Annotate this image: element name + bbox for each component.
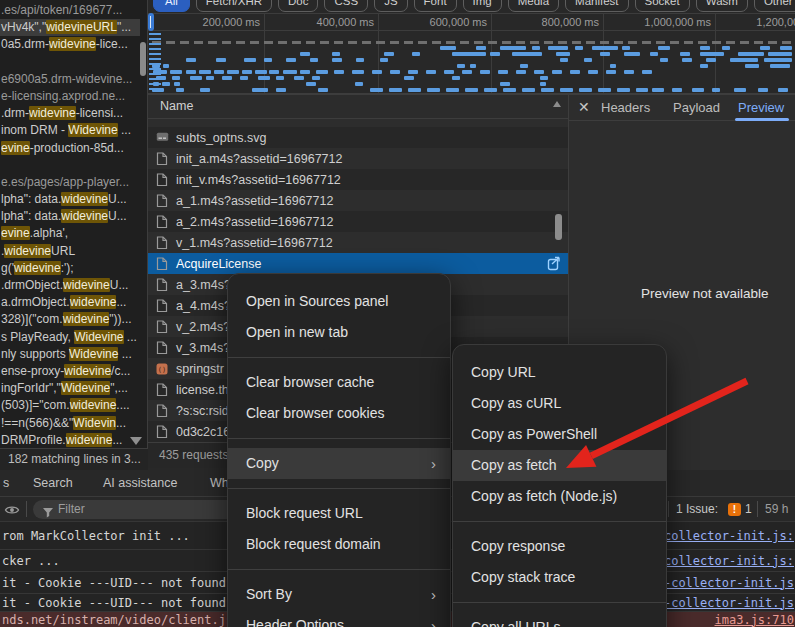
network-overview[interactable]: AllFetch/XHRDocCSSJSFontImgMediaManifest… (148, 0, 795, 95)
context-menu-item-open-in-new-tab[interactable]: Open in new tab (228, 317, 450, 348)
drawer-tab-whats-new[interactable]: Wh (210, 476, 229, 490)
context-menu-item-copy[interactable]: Copy› (228, 448, 450, 479)
search-result-line[interactable]: e.es/pages/app-player... (0, 174, 140, 191)
copy-submenu-item-copy-response[interactable]: Copy response (453, 531, 666, 562)
search-result-line[interactable]: ingForIdr","Widevine",... (0, 380, 140, 397)
network-request-row[interactable]: subts_optns.svg (148, 127, 568, 148)
tab-preview[interactable]: Preview (738, 100, 784, 115)
search-result-line[interactable]: inom DRM - Widevine ... (0, 122, 140, 139)
search-result-line[interactable]: lpha": data.widevineU... (0, 208, 140, 225)
filter-chip-css[interactable]: CSS (324, 0, 368, 12)
filter-chip-img[interactable]: Img (463, 0, 502, 12)
overview-drag-handle[interactable] (148, 13, 154, 31)
network-request-row[interactable]: a_2.m4s?assetid=16967712 (148, 211, 568, 232)
console-filter-input[interactable]: Filter (33, 500, 243, 519)
context-menu-item-sort-by[interactable]: Sort By› (228, 579, 450, 610)
filter-chip-js[interactable]: JS (374, 0, 407, 12)
search-result-line[interactable]: s PlayReady, Widevine ... (0, 329, 140, 346)
search-result-line[interactable] (0, 157, 140, 174)
search-result-line[interactable]: DRMProfile.widevine... (0, 432, 140, 449)
search-result-line[interactable]: .drm-widevine-licensi... (0, 105, 140, 122)
drawer-tab-ai-assistance[interactable]: AI assistance (103, 476, 177, 490)
waterfall-bar (522, 88, 535, 92)
filter-chip-socket[interactable]: Socket (635, 0, 690, 12)
search-result-line[interactable]: evine.alpha', (0, 225, 140, 242)
doc-file-icon (156, 194, 169, 208)
search-result-line[interactable]: !==n(566)&&"Widevin... (0, 415, 140, 432)
timeline-tick-label: 800,000 ms (519, 16, 599, 28)
context-menu-item-block-request-url[interactable]: Block request URL (228, 498, 450, 529)
search-result-line[interactable]: lpha": data.widevineU... (0, 191, 140, 208)
request-list-scrollbar-thumb[interactable] (555, 214, 562, 240)
filter-chip-font[interactable]: Font (414, 0, 457, 12)
context-menu-item-open-in-sources-panel[interactable]: Open in Sources panel (228, 286, 450, 317)
tab-payload[interactable]: Payload (673, 100, 720, 115)
search-text: :'); (61, 261, 74, 275)
search-result-line[interactable]: e-licensing.axprod.ne... (0, 88, 140, 105)
issue-label[interactable]: 1 Issue: (676, 502, 718, 516)
context-menu-item-block-request-domain[interactable]: Block request domain (228, 529, 450, 560)
copy-submenu-item-copy-as-powershell[interactable]: Copy as PowerShell (453, 419, 666, 450)
network-request-row[interactable]: init_a.m4s?assetid=16967712 (148, 148, 568, 169)
drawer-tab-search[interactable]: Search (33, 476, 73, 490)
context-menu-item-header-options[interactable]: Header Options› (228, 610, 450, 627)
filter-chip-other[interactable]: Other (754, 0, 795, 12)
search-result-line[interactable]: .drmObject.widevineU... (0, 277, 140, 294)
live-expression-eye-icon[interactable] (4, 502, 20, 520)
network-request-row[interactable]: v_1.m4s?assetid=16967712 (148, 232, 568, 253)
search-result-line[interactable]: (503)]="com.widevine.... (0, 397, 140, 414)
network-request-row[interactable]: a_1.m4s?assetid=16967712 (148, 190, 568, 211)
copy-submenu-item-copy-as-fetch[interactable]: Copy as fetch (453, 450, 666, 481)
search-result-line[interactable]: a.drmObject.widevine... (0, 294, 140, 311)
filter-chip-fetchxhr[interactable]: Fetch/XHR (196, 0, 272, 12)
waterfall-bar (672, 88, 682, 92)
search-panel-scrollbar-thumb[interactable] (140, 42, 146, 76)
waterfall-bar (465, 88, 478, 92)
svg-text:(): () (158, 365, 166, 373)
column-header-name[interactable]: Name (148, 95, 568, 119)
search-result-line[interactable]: g('widevine:'); (0, 260, 140, 277)
waterfall-bar (242, 70, 252, 74)
copy-submenu-item-copy-url[interactable]: Copy URL (453, 357, 666, 388)
network-request-row[interactable]: AcquireLicense (148, 253, 568, 274)
console-source-link[interactable]: rk-collector-init.js (650, 596, 795, 610)
search-result-line[interactable]: nly supports Widevine ... (0, 346, 140, 363)
search-result-line[interactable]: ense-proxy-widevine/c... (0, 363, 140, 380)
context-menu-item-clear-browser-cookies[interactable]: Clear browser cookies (228, 398, 450, 429)
context-menu-item-clear-browser-cache[interactable]: Clear browser cache (228, 367, 450, 398)
filter-chip-media[interactable]: Media (508, 0, 559, 12)
scroll-up-icon[interactable] (553, 101, 561, 107)
console-source-link[interactable]: k-collector-init.js: (650, 529, 795, 543)
search-result-line[interactable]: .es/api/token/169677... (0, 2, 140, 19)
copy-request-icon[interactable] (546, 255, 563, 272)
search-result-line[interactable]: .widevineURL (0, 243, 140, 260)
drawer-tab-cut[interactable]: s (3, 476, 9, 490)
search-result-line[interactable]: e6900a5.drm-widevine... (0, 71, 140, 88)
console-source-link[interactable]: k-collector-init.js: (650, 554, 795, 568)
search-result-line[interactable]: vHv4k","widevineURL"... (0, 19, 140, 36)
copy-submenu-item-copy-all-urls[interactable]: Copy all URLs (453, 612, 666, 627)
filter-chip-doc[interactable]: Doc (278, 0, 318, 12)
search-result-line[interactable]: evine-production-85d... (0, 140, 140, 157)
timeline-tick-label: 1,200,000 ms (743, 16, 795, 28)
search-result-line[interactable]: 0a5.drm-widevine-lice... (0, 36, 140, 53)
search-text: ... (118, 123, 131, 137)
close-icon[interactable]: ✕ (578, 99, 590, 115)
issue-icon[interactable]: ! (728, 503, 741, 516)
menu-item-label: Copy stack trace (471, 569, 575, 585)
copy-submenu-item-copy-as-fetch-node-js-[interactable]: Copy as fetch (Node.js) (453, 481, 666, 512)
network-request-row[interactable]: init_v.m4s?assetid=16967712 (148, 169, 568, 190)
filter-chip-all[interactable]: All (153, 0, 190, 12)
waterfall-bar (592, 46, 618, 50)
filter-chip-wasm[interactable]: Wasm (696, 0, 748, 12)
copy-submenu-item-copy-stack-trace[interactable]: Copy stack trace (453, 562, 666, 593)
scroll-down-icon[interactable] (130, 437, 142, 445)
console-source-link[interactable]: rk-collector-init.js (650, 576, 795, 590)
filter-chip-manifest[interactable]: Manifest (565, 0, 628, 12)
issue-count[interactable]: 1 (745, 502, 752, 516)
search-result-line[interactable] (0, 54, 140, 71)
console-source-link[interactable]: ima3.js:710 (715, 613, 794, 627)
copy-submenu-item-copy-as-curl[interactable]: Copy as cURL (453, 388, 666, 419)
search-result-line[interactable]: 328)]("com.widevine"))... (0, 311, 140, 328)
tab-headers[interactable]: Headers (601, 100, 650, 115)
